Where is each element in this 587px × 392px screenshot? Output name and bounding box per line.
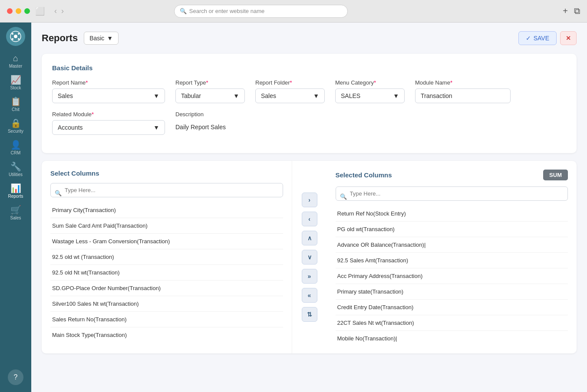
description-label: Description [175, 111, 288, 118]
list-item[interactable]: 22CT Sales Nt wt(Transaction) [336, 315, 568, 331]
report-type-select[interactable]: Tabular ▼ [175, 88, 245, 103]
columns-panel: Select Columns 🔍 Primary City(Transactio… [42, 161, 577, 353]
app-logo[interactable] [6, 27, 25, 46]
tabs-icon[interactable]: ⧉ [574, 6, 580, 16]
security-icon: 🔒 [10, 119, 21, 127]
page-title: Reports [42, 33, 78, 44]
chevron-down-icon: ▼ [393, 92, 399, 99]
sidebar-item-crm[interactable]: 👤 CRM [0, 137, 31, 159]
sidebar-toggle-icon[interactable]: ⬜ [35, 7, 45, 16]
report-type-field: Report Type* Tabular ▼ [175, 79, 245, 103]
utilities-icon: 🔧 [10, 162, 21, 171]
address-bar[interactable]: 🔍 Search or enter website name [174, 5, 348, 18]
sidebar-item-master[interactable]: ⌂ Master [0, 50, 31, 72]
close-traffic-light[interactable] [7, 8, 13, 14]
select-search-input[interactable] [50, 183, 283, 197]
back-icon[interactable]: ‹ [54, 7, 57, 16]
menu-category-select[interactable]: SALES ▼ [335, 88, 405, 103]
list-item[interactable]: Primary state(Transaction) [336, 284, 568, 300]
move-right-button[interactable]: › [302, 193, 317, 207]
basic-details-title: Basic Details [52, 64, 566, 72]
selected-search-input[interactable] [336, 186, 568, 201]
svg-point-2 [12, 33, 13, 35]
save-button[interactable]: ✓ SAVE [518, 31, 557, 45]
selected-columns-header: Selected Columns SUM [336, 170, 568, 180]
related-module-select[interactable]: Accounts ▼ [52, 120, 165, 135]
list-item[interactable]: Main Stock Type(Transaction) [50, 327, 283, 341]
app-layout: ⌂ Master 📈 Stock 📋 Chit 🔒 Security 👤 CRM… [0, 23, 587, 392]
module-name-input[interactable] [415, 88, 511, 103]
move-down-button[interactable]: ∨ [302, 250, 317, 265]
description-value: Daily Report Sales [175, 120, 288, 134]
header-actions: ✓ SAVE ✕ [518, 31, 577, 45]
page-header: Reports Basic ▼ ✓ SAVE ✕ [42, 31, 577, 45]
module-name-label: Module Name* [415, 79, 511, 86]
list-item[interactable]: Wastage Less - Gram Conversion(Transacti… [50, 234, 283, 249]
sum-button[interactable]: SUM [543, 170, 568, 180]
list-item[interactable]: Credit Entry Date(Transaction) [336, 300, 568, 315]
list-item[interactable]: Silver100 Sales Nt wt(Transaction) [50, 296, 283, 312]
report-folder-field: Report Folder* Sales ▼ [255, 79, 325, 103]
select-columns-header: Select Columns [50, 170, 283, 177]
move-all-right-button[interactable]: » [302, 269, 317, 284]
help-button[interactable]: ? [8, 369, 23, 385]
sidebar-bottom: ? [8, 367, 23, 388]
report-type-label: Report Type* [175, 79, 245, 86]
select-columns-list: Primary City(Transaction)Sum Sale Card A… [50, 203, 283, 341]
search-icon: 🔍 [340, 193, 347, 199]
list-item[interactable]: Primary City(Transaction) [50, 203, 283, 218]
new-tab-icon[interactable]: + [563, 6, 568, 16]
selected-search-wrap: 🔍 [336, 186, 568, 206]
move-up-button[interactable]: ∧ [302, 231, 317, 245]
address-text: Search or enter website name [189, 8, 264, 14]
related-module-label: Related Module* [52, 111, 165, 118]
list-item[interactable]: SD.GPO-Place Order Number(Transaction) [50, 281, 283, 296]
form-row-2: Related Module* Accounts ▼ Description D… [52, 111, 566, 135]
list-item[interactable]: Mobile No(Transaction)| [336, 331, 568, 345]
sidebar-item-stock[interactable]: 📈 Stock [0, 72, 31, 94]
forward-icon[interactable]: › [61, 7, 64, 16]
sidebar-item-security[interactable]: 🔒 Security [0, 115, 31, 137]
svg-point-4 [12, 38, 13, 40]
basic-dropdown[interactable]: Basic ▼ [84, 32, 119, 45]
select-columns-card: Select Columns 🔍 Primary City(Transactio… [42, 161, 292, 353]
report-folder-select[interactable]: Sales ▼ [255, 88, 325, 103]
move-left-button[interactable]: ‹ [302, 212, 317, 226]
sort-button[interactable]: ⇅ [302, 307, 317, 322]
list-item[interactable]: 92.5 old wt (Transaction) [50, 249, 283, 265]
chevron-down-icon: ▼ [153, 124, 159, 131]
svg-point-3 [18, 33, 20, 35]
browser-nav[interactable]: ‹ › [54, 7, 64, 16]
module-name-field: Module Name* [415, 79, 511, 103]
browser-chrome: ⬜ ‹ › 🔍 Search or enter website name + ⧉ [0, 0, 587, 23]
close-button[interactable]: ✕ [560, 31, 577, 45]
list-item[interactable]: Acc Primary Address(Transaction) [336, 268, 568, 284]
sidebar-item-chit[interactable]: 📋 Chit [0, 94, 31, 115]
basic-details-card: Basic Details Report Name* Sales ▼ Repor… [42, 54, 577, 153]
sidebar-item-utilities[interactable]: 🔧 Utilities [0, 159, 31, 180]
description-field: Description Daily Report Sales [175, 111, 288, 135]
sidebar-item-sales[interactable]: 🛒 Sales [0, 202, 31, 224]
transfer-controls: › ‹ ∧ ∨ » « ⇅ [292, 161, 327, 353]
maximize-traffic-light[interactable] [24, 8, 30, 14]
list-item[interactable]: 92.5 old Nt wt(Transaction) [50, 265, 283, 281]
master-icon: ⌂ [13, 54, 18, 62]
report-name-label: Report Name* [52, 79, 165, 86]
move-all-left-button[interactable]: « [302, 288, 317, 303]
list-item[interactable]: PG old wt(Transaction) [336, 222, 568, 237]
svg-point-5 [18, 38, 20, 40]
chevron-down-icon: ▼ [233, 92, 239, 99]
list-item[interactable]: Advance OR Balance(Transaction)| [336, 237, 568, 253]
list-item[interactable]: Sales Return No(Transaction) [50, 312, 283, 327]
list-item[interactable]: Sum Sale Card Amt Paid(Transaction) [50, 218, 283, 234]
minimize-traffic-light[interactable] [16, 8, 21, 14]
form-row-1: Report Name* Sales ▼ Report Type* Tabula… [52, 79, 566, 103]
report-name-select[interactable]: Sales ▼ [52, 88, 165, 103]
checkmark-icon: ✓ [526, 35, 531, 42]
list-item[interactable]: Return Ref No(Stock Entry) [336, 206, 568, 222]
list-item[interactable]: 92.5 Sales Amt(Transaction) [336, 253, 568, 268]
select-columns-title: Select Columns [50, 170, 99, 177]
sidebar-item-reports[interactable]: 📊 Reports [0, 180, 31, 202]
save-label: SAVE [534, 35, 549, 42]
select-search-wrap: 🔍 [50, 183, 283, 203]
